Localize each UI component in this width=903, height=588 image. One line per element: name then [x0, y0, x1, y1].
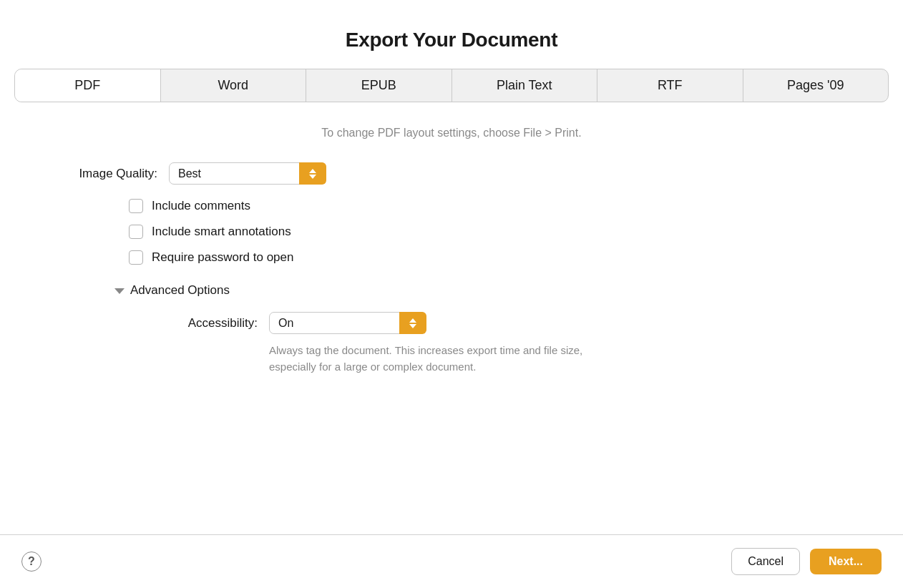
chevron-down-icon: [114, 288, 125, 294]
help-button[interactable]: ?: [21, 552, 42, 572]
tab-rtf[interactable]: RTF: [597, 69, 743, 102]
require-password-label: Require password to open: [152, 250, 293, 265]
tab-pdf[interactable]: PDF: [15, 69, 161, 102]
export-dialog: Export Your Document PDF Word EPUB Plain…: [0, 0, 903, 588]
include-smart-annotations-row: Include smart annotations: [29, 225, 874, 239]
require-password-checkbox[interactable]: [129, 250, 143, 265]
next-button[interactable]: Next...: [810, 549, 882, 574]
advanced-options-label: Advanced Options: [130, 283, 230, 298]
include-comments-row: Include comments: [29, 199, 874, 213]
image-quality-select[interactable]: Best Better Good: [169, 162, 326, 185]
tab-pages09[interactable]: Pages '09: [743, 69, 889, 102]
include-smart-annotations-label: Include smart annotations: [152, 225, 291, 239]
tabs-bar: PDF Word EPUB Plain Text RTF Pages '09: [14, 69, 889, 102]
tab-epub[interactable]: EPUB: [306, 69, 452, 102]
accessibility-hint: Always tag the document. This increases …: [29, 343, 615, 375]
include-comments-label: Include comments: [152, 199, 250, 213]
accessibility-row: Accessibility: On Off: [29, 312, 874, 334]
image-quality-select-wrapper: Best Better Good: [169, 162, 326, 185]
pdf-hint: To change PDF layout settings, choose Fi…: [29, 127, 874, 139]
footer-right: Cancel Next...: [731, 548, 882, 575]
image-quality-row: Image Quality: Best Better Good: [29, 162, 874, 185]
dialog-title: Export Your Document: [0, 0, 903, 69]
footer: ? Cancel Next...: [0, 535, 903, 588]
content-area: To change PDF layout settings, choose Fi…: [0, 102, 903, 534]
include-smart-annotations-checkbox[interactable]: [129, 225, 143, 239]
accessibility-select-wrapper: On Off: [269, 312, 426, 334]
tab-plain-text[interactable]: Plain Text: [452, 69, 598, 102]
include-comments-checkbox[interactable]: [129, 199, 143, 213]
accessibility-select[interactable]: On Off: [269, 312, 426, 334]
cancel-button[interactable]: Cancel: [731, 548, 800, 575]
advanced-options-toggle[interactable]: Advanced Options: [29, 283, 874, 298]
require-password-row: Require password to open: [29, 250, 874, 265]
image-quality-label: Image Quality:: [29, 167, 157, 181]
accessibility-label: Accessibility:: [143, 316, 258, 330]
tab-word[interactable]: Word: [161, 69, 307, 102]
